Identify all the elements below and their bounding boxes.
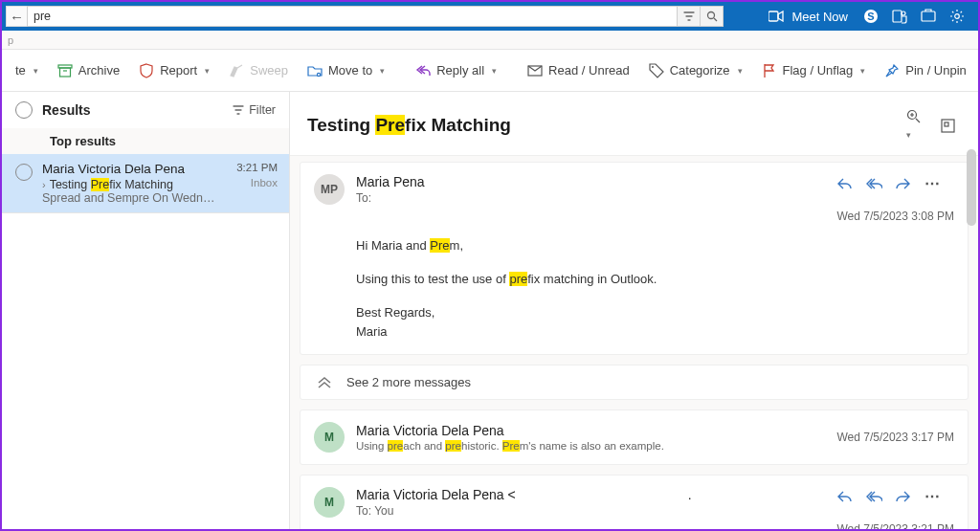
avatar: M	[314, 487, 345, 518]
svg-point-7	[955, 14, 960, 19]
recipients: To: You	[356, 504, 836, 518]
archive-button[interactable]: Archive	[50, 59, 127, 82]
select-message-checkbox[interactable]	[15, 164, 33, 181]
sender-name: Maria Victoria Dela Pena <.	[356, 487, 836, 502]
ribbon-tab-fragment: p	[8, 32, 13, 49]
message-card[interactable]: MP Maria Pena To: ⋯ Wed 7/5/2023 3:08 PM	[300, 162, 969, 355]
scrollbar-thumb[interactable]	[967, 149, 976, 226]
avatar: MP	[314, 174, 345, 205]
message-card[interactable]: M Maria Victoria Dela Pena <. To: You ⋯ …	[300, 475, 969, 529]
folder-move-icon	[307, 63, 323, 78]
message-date: Wed 7/5/2023 3:17 PM	[836, 431, 954, 444]
see-more-messages-button[interactable]: See 2 more messages	[300, 365, 969, 400]
search-submit-button[interactable]	[701, 6, 724, 27]
chevrons-up-icon	[316, 376, 333, 389]
pin-button[interactable]: Pin / Unpin	[877, 59, 974, 82]
read-unread-button[interactable]: Read / Unread	[520, 59, 637, 82]
chevron-down-icon: ▾	[738, 66, 743, 76]
thread-arrow-icon: ›	[42, 179, 46, 190]
reply-button[interactable]	[836, 177, 852, 190]
forward-button[interactable]	[896, 490, 911, 503]
delete-button[interactable]: te▾	[8, 59, 46, 81]
envelope-icon	[527, 63, 543, 78]
video-icon	[768, 11, 784, 22]
settings-icon[interactable]	[949, 9, 978, 24]
pin-label: Pin / Unpin	[905, 63, 967, 77]
reply-button[interactable]	[836, 490, 852, 503]
read-unread-label: Read / Unread	[548, 63, 630, 77]
conversation-title: Testing Prefix Matching	[307, 115, 901, 136]
select-all-checkbox[interactable]	[15, 101, 33, 119]
section-top-results: Top results	[2, 128, 289, 154]
filter-icon	[233, 105, 244, 115]
svg-point-5	[902, 11, 905, 15]
message-body: Hi Maria and Prem, Using this to test th…	[356, 236, 954, 343]
chevron-down-icon: ▾	[492, 66, 497, 76]
sweep-icon	[229, 63, 244, 78]
flag-icon	[762, 63, 777, 78]
svg-rect-16	[945, 122, 948, 126]
filter-label: Filter	[249, 103, 276, 117]
report-button[interactable]: Report▾	[131, 59, 217, 82]
archive-icon	[57, 63, 73, 78]
sender-name: Maria Victoria Dela Pena	[356, 423, 825, 438]
teams-icon[interactable]	[892, 9, 921, 24]
flag-button[interactable]: Flag / Unflag▾	[754, 59, 874, 82]
more-actions-button[interactable]: ⋯	[924, 487, 942, 505]
message-list-item[interactable]: Maria Victoria Dela Pena › Testing Prefi…	[2, 154, 289, 213]
reply-all-button[interactable]: Reply all▾	[408, 59, 504, 82]
categorize-label: Categorize	[670, 63, 730, 77]
recipients: To:	[356, 191, 836, 205]
message-date: Wed 7/5/2023 3:21 PM	[836, 522, 954, 529]
search-input[interactable]	[27, 6, 678, 27]
reply-all-icon	[415, 63, 431, 78]
message-preview: Using preach and prehistoric. Prem's nam…	[356, 440, 825, 452]
filter-button[interactable]: Filter	[233, 103, 276, 117]
report-label: Report	[160, 63, 197, 77]
popout-button[interactable]	[935, 115, 961, 137]
categorize-button[interactable]: Categorize▾	[641, 59, 750, 82]
reply-all-button[interactable]	[865, 177, 882, 190]
forward-button[interactable]	[896, 177, 911, 190]
svg-rect-9	[59, 68, 70, 77]
avatar: M	[314, 422, 345, 453]
sweep-label: Sweep	[250, 63, 288, 77]
search-back-button[interactable]: ←	[6, 6, 27, 27]
chevron-down-icon: ▾	[380, 66, 385, 76]
search-filter-button[interactable]	[678, 6, 701, 27]
reply-all-label: Reply all	[436, 63, 484, 77]
svg-point-12	[652, 66, 654, 68]
meet-now-button[interactable]: Meet Now	[753, 2, 863, 31]
chevron-down-icon: ▾	[906, 130, 911, 140]
shield-icon	[139, 63, 154, 78]
message-folder: Inbox	[236, 177, 278, 188]
chevron-down-icon: ▾	[33, 66, 38, 76]
archive-label: Archive	[78, 63, 120, 77]
reply-all-button[interactable]	[865, 490, 882, 503]
delete-fragment: te	[15, 63, 26, 77]
tips-icon[interactable]	[921, 9, 949, 24]
pin-icon	[884, 63, 900, 78]
svg-rect-4	[893, 11, 902, 22]
message-preview: Spread and Sempre On Wedn…	[42, 191, 227, 205]
svg-rect-1	[768, 11, 778, 21]
tag-icon	[649, 63, 664, 78]
chevron-down-icon: ▾	[205, 66, 210, 76]
svg-rect-6	[922, 11, 935, 21]
sender-name: Maria Pena	[356, 174, 836, 189]
more-actions-button[interactable]: ⋯	[924, 174, 942, 192]
sweep-button: Sweep	[221, 59, 296, 82]
chevron-down-icon: ▾	[860, 66, 865, 76]
move-to-button[interactable]: Move to▾	[300, 59, 392, 82]
message-card-collapsed[interactable]: M Maria Victoria Dela Pena Using preach …	[300, 409, 969, 465]
flag-label: Flag / Unflag	[783, 63, 854, 77]
skype-icon[interactable]: S	[863, 9, 892, 24]
zoom-button[interactable]: ▾	[901, 105, 927, 145]
message-date: Wed 7/5/2023 3:08 PM	[836, 210, 954, 223]
move-to-label: Move to	[328, 63, 372, 77]
message-subject: › Testing Prefix Matching	[42, 178, 227, 191]
svg-text:S: S	[867, 11, 874, 22]
see-more-label: See 2 more messages	[346, 375, 471, 389]
meet-now-label: Meet Now	[791, 10, 848, 24]
message-time: 3:21 PM	[236, 162, 278, 173]
